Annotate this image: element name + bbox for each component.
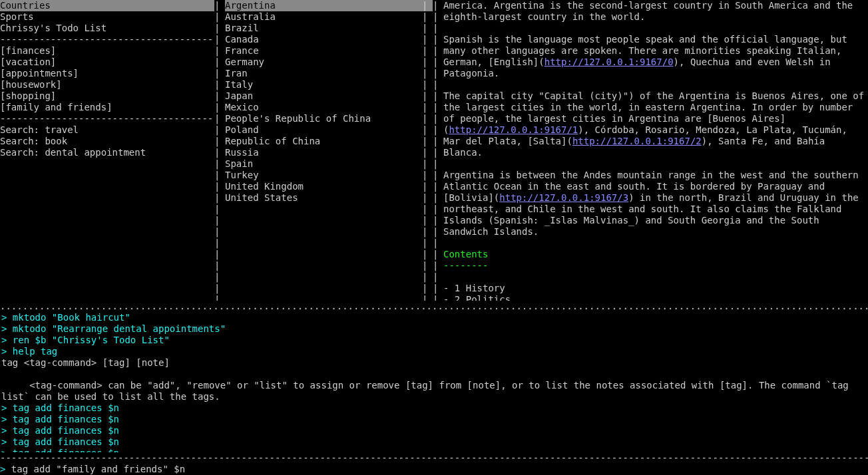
book-item[interactable]: Chrissy's Todo List [0, 23, 214, 34]
history-cmd: > mktodo "Book haircut" [1, 312, 867, 323]
note-item[interactable]: Poland [225, 124, 433, 136]
history-cmd: > tag add finances $n [1, 414, 867, 425]
search-item[interactable]: Search: book [0, 136, 214, 147]
article-para: America. Argentina is the second-largest… [443, 0, 865, 23]
article-link[interactable]: http://127.0.0.1:9167/1 [449, 124, 578, 135]
article-para: The capital city "Capital (city)") of th… [443, 90, 865, 158]
note-item[interactable]: Canada [225, 34, 433, 45]
search-item[interactable]: Search: dental appointment [0, 147, 214, 158]
app-root: CountriesSportsChrissy's Todo List------… [0, 0, 868, 475]
command-input[interactable] [11, 464, 868, 475]
tag-item[interactable]: [finances] [0, 45, 214, 57]
note-item[interactable]: Iran [225, 68, 433, 79]
prompt-separator: ----------------------------------------… [0, 452, 868, 464]
tag-item[interactable]: [shopping] [0, 90, 214, 102]
history-cmd: > tag add finances $n [1, 436, 867, 448]
note-item[interactable]: Germany [225, 57, 433, 68]
history-cmd: > tag add finances $n [1, 425, 867, 436]
note-item[interactable]: Argentina [225, 0, 433, 11]
notes-pane[interactable]: ||||||||||||||||||||||||||| ||||||||||||… [214, 0, 433, 301]
note-item[interactable]: France [225, 45, 433, 57]
article-pane[interactable]: ||||||||||||||||||||||||||| America. Arg… [433, 0, 868, 301]
divider: ----------------------------------------… [0, 113, 214, 124]
book-item[interactable]: Countries [0, 0, 214, 11]
note-item[interactable]: Russia [225, 147, 433, 158]
article-link[interactable]: http://127.0.0.1:9167/0 [544, 57, 674, 67]
tag-item[interactable]: [vacation] [0, 57, 214, 68]
note-item[interactable]: Turkey [225, 170, 433, 181]
books-pane[interactable]: CountriesSportsChrissy's Todo List------… [0, 0, 214, 301]
search-item[interactable]: Search: travel [0, 124, 214, 136]
note-item[interactable]: United States [225, 192, 433, 204]
toc-item[interactable]: - 2 Politics [443, 294, 865, 301]
note-item[interactable]: People's Republic of China [225, 113, 433, 124]
tag-item[interactable]: [housework] [0, 79, 214, 90]
history-cmd: > ren $b "Chrissy's Todo List" [1, 335, 867, 346]
history-output: <tag-command> can be "add", "remove" or … [1, 380, 867, 402]
panes-region: CountriesSportsChrissy's Todo List------… [0, 0, 868, 301]
prompt-symbol: > [0, 464, 11, 475]
tag-item[interactable]: [appointments] [0, 68, 214, 79]
book-item[interactable]: Sports [0, 11, 214, 23]
tag-item[interactable]: [family and friends] [0, 102, 214, 113]
history-output: tag <tag-command> [tag] [note] [1, 357, 867, 369]
article-link[interactable]: http://127.0.0.1:9167/3 [499, 192, 628, 203]
note-item[interactable]: Italy [225, 79, 433, 90]
note-item[interactable]: Japan [225, 90, 433, 102]
history-output [1, 369, 867, 380]
command-input-line[interactable]: > [0, 464, 868, 475]
note-item[interactable]: United Kingdom [225, 181, 433, 192]
history-cmd: > tag add finances $n [1, 402, 867, 414]
article-link[interactable]: http://127.0.0.1:9167/2 [572, 136, 702, 146]
note-item[interactable]: Brazil [225, 23, 433, 34]
pane-separator: ........................................… [0, 301, 868, 312]
history-cmd: > mktodo "Rearrange dental appointments" [1, 323, 867, 335]
article-para: Argentina is between the Andes mountain … [443, 170, 865, 238]
note-item[interactable]: Australia [225, 11, 433, 23]
divider: ----------------------------------------… [0, 34, 214, 45]
toc-item[interactable]: - 1 History [443, 283, 865, 294]
contents-heading: Contents [443, 249, 865, 260]
note-item[interactable]: Republic of China [225, 136, 433, 147]
note-item[interactable]: Spain [225, 158, 433, 170]
history-cmd: > tag add finances $n [1, 448, 867, 452]
history-cmd: > help tag [1, 346, 867, 357]
note-item[interactable]: Mexico [225, 102, 433, 113]
terminal-output[interactable]: > mktodo "Book haircut"> mktodo "Rearran… [0, 312, 868, 452]
article-para: Spanish is the language most people spea… [443, 34, 865, 79]
